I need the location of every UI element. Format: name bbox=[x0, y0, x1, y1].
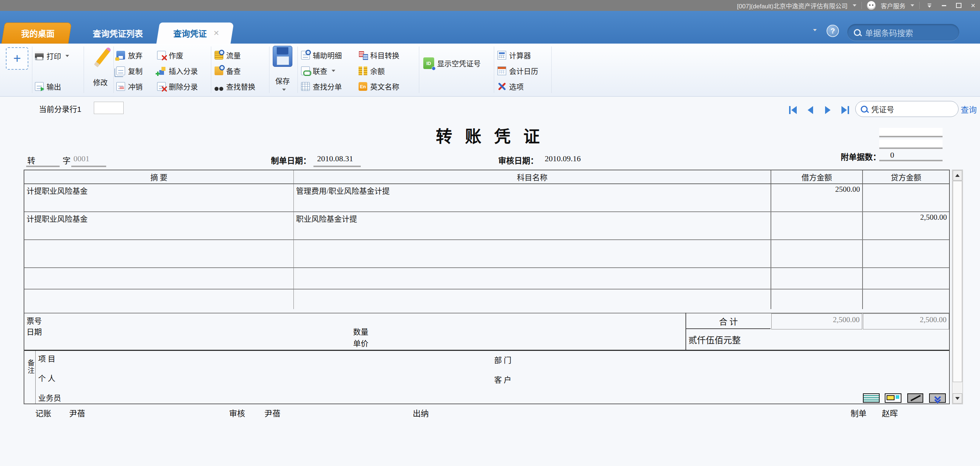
add-voucher-button[interactable]: + bbox=[6, 47, 29, 70]
account-cell[interactable] bbox=[294, 268, 771, 289]
query-link[interactable]: 查询 bbox=[961, 103, 977, 115]
find-split-button[interactable]: 查找分单 bbox=[301, 80, 342, 93]
close-window-button[interactable]: ✕ bbox=[968, 2, 978, 10]
column-debit: 借方金额 bbox=[771, 170, 863, 184]
account-cell[interactable] bbox=[294, 240, 771, 267]
scroll-up-button[interactable] bbox=[953, 170, 962, 181]
summary-cell[interactable]: 计提职业风险基金 bbox=[24, 184, 294, 211]
save-dropdown-icon[interactable] bbox=[282, 89, 286, 91]
account-cell[interactable]: 职业风险基金计提 bbox=[294, 212, 771, 239]
summary-cell[interactable] bbox=[24, 240, 294, 267]
debit-cell[interactable] bbox=[771, 290, 863, 309]
amount-in-words: 贰仟伍佰元整 bbox=[686, 330, 949, 350]
summary-notes-icon[interactable] bbox=[863, 393, 880, 403]
debit-cell[interactable]: 2500.00 bbox=[771, 184, 863, 211]
chevron-down-icon[interactable] bbox=[332, 70, 335, 72]
find-replace-button[interactable]: 查找替换 bbox=[215, 80, 255, 93]
bookkeeper-name: 尹蓓 bbox=[69, 407, 85, 418]
save-button[interactable] bbox=[273, 46, 292, 67]
credit-cell[interactable] bbox=[863, 290, 949, 309]
table-row[interactable] bbox=[24, 240, 949, 268]
maximize-icon bbox=[956, 3, 961, 8]
entry-row-input[interactable] bbox=[94, 102, 124, 114]
person-label: 个 人 bbox=[38, 372, 55, 383]
unit-price-label: 单价 bbox=[353, 338, 368, 348]
vertical-scrollbar[interactable] bbox=[952, 170, 963, 404]
magic-wand-icon[interactable] bbox=[907, 393, 923, 403]
export-button[interactable]: 输出 bbox=[35, 80, 61, 93]
tab-my-desktop[interactable]: 我的桌面 bbox=[2, 22, 74, 44]
offset-icon bbox=[116, 82, 125, 91]
accounting-calendar-button[interactable]: 会计日历 bbox=[498, 64, 538, 78]
aux-detail-button[interactable]: 辅助明细 bbox=[301, 49, 342, 62]
ticket-no-label: 票号 bbox=[27, 315, 42, 326]
balance-button[interactable]: 余额 bbox=[358, 64, 385, 78]
english-name-button[interactable]: En英文名称 bbox=[358, 80, 399, 93]
debit-cell[interactable] bbox=[771, 268, 863, 289]
reference-button[interactable]: 备查 bbox=[215, 64, 241, 78]
chevron-down-icon[interactable] bbox=[65, 55, 69, 57]
calculator-button[interactable]: 计算器 bbox=[498, 49, 531, 62]
customer-service-dropdown-icon[interactable] bbox=[910, 4, 914, 6]
cash-flow-icon bbox=[215, 51, 223, 60]
print-button[interactable]: 打印 bbox=[35, 49, 69, 62]
credit-cell[interactable]: 2,500.00 bbox=[863, 212, 949, 239]
minimize-button[interactable] bbox=[939, 2, 949, 10]
delete-entry-button[interactable]: 删除分录 bbox=[157, 80, 198, 93]
search-placeholder: 单据条码搜索 bbox=[865, 27, 913, 38]
collapse-panel-icon[interactable] bbox=[929, 393, 946, 403]
cyan-badge bbox=[896, 395, 899, 399]
account-cell[interactable] bbox=[294, 290, 771, 309]
currency-display-icon[interactable] bbox=[885, 393, 902, 403]
summary-cell[interactable] bbox=[24, 290, 294, 309]
maximize-button[interactable] bbox=[954, 2, 963, 10]
options-button[interactable]: 选项 bbox=[498, 80, 523, 93]
table-row[interactable]: 计提职业风险基金 管理费用/职业风险基金计提 2500.00 bbox=[24, 184, 949, 212]
tab-voucher-list[interactable]: 查询凭证列表 bbox=[78, 22, 158, 44]
voucher-no-search-input[interactable]: 凭证号 bbox=[855, 101, 959, 117]
window-title: [007](default)北京中逸资产评估有限公司 bbox=[737, 1, 848, 10]
table-row[interactable] bbox=[24, 290, 949, 309]
first-bar bbox=[789, 106, 791, 114]
modify-label[interactable]: 修改 bbox=[86, 77, 114, 87]
debit-cell[interactable] bbox=[771, 240, 863, 267]
credit-cell[interactable] bbox=[863, 268, 949, 289]
flow-button[interactable]: 流量 bbox=[215, 49, 241, 62]
barcode-search-input[interactable]: 单据条码搜索 bbox=[847, 24, 959, 41]
invalidate-button[interactable]: 作废 bbox=[157, 49, 183, 62]
project-label: 项 目 bbox=[38, 353, 55, 364]
account-cell[interactable]: 管理费用/职业风险基金计提 bbox=[294, 184, 771, 211]
voucher-title: 转 账 凭 证 bbox=[0, 124, 980, 147]
tab-voucher-query[interactable]: 查询凭证 ✕ bbox=[156, 22, 236, 44]
help-button[interactable]: ? bbox=[827, 25, 839, 37]
insert-entry-button[interactable]: 插入分录 bbox=[157, 64, 198, 78]
save-label[interactable]: 保存 bbox=[271, 76, 294, 86]
modify-button[interactable] bbox=[93, 44, 115, 70]
table-row[interactable] bbox=[24, 268, 949, 290]
company-dropdown-icon[interactable] bbox=[853, 4, 856, 6]
show-empty-voucher-no-button[interactable]: ID 显示空凭证号 bbox=[423, 56, 481, 70]
account-convert-button[interactable]: 科目转换 bbox=[358, 49, 399, 62]
linked-query-button[interactable]: 联查 bbox=[301, 64, 335, 78]
summary-cell[interactable] bbox=[24, 268, 294, 289]
void-document-icon bbox=[157, 51, 166, 60]
last-record-button[interactable] bbox=[838, 104, 852, 116]
abandon-button[interactable]: 放弃 bbox=[116, 49, 143, 62]
scroll-down-button[interactable] bbox=[953, 393, 962, 404]
table-row[interactable]: 计提职业风险基金 职业风险基金计提 2,500.00 bbox=[24, 212, 949, 240]
tab-overflow-icon[interactable] bbox=[813, 29, 817, 31]
offset-button[interactable]: 冲销 bbox=[116, 80, 143, 93]
collapse-ribbon-button[interactable] bbox=[925, 2, 934, 10]
summary-cell[interactable]: 计提职业风险基金 bbox=[24, 212, 294, 239]
debit-cell[interactable] bbox=[771, 212, 863, 239]
credit-cell[interactable] bbox=[863, 184, 949, 211]
customer-service-button[interactable]: 客户服务 bbox=[881, 1, 905, 10]
scrollbar-thumb[interactable] bbox=[953, 181, 962, 382]
first-record-button[interactable] bbox=[786, 104, 800, 116]
copy-button[interactable]: 复制 bbox=[116, 64, 143, 78]
tab-close-icon[interactable]: ✕ bbox=[213, 29, 220, 37]
voucher-table: 摘 要 科目名称 借方金额 贷方金额 计提职业风险基金 管理费用/职业风险基金计… bbox=[24, 170, 950, 404]
next-record-button[interactable] bbox=[820, 104, 835, 116]
previous-record-button[interactable] bbox=[803, 104, 818, 116]
credit-cell[interactable] bbox=[863, 240, 949, 267]
